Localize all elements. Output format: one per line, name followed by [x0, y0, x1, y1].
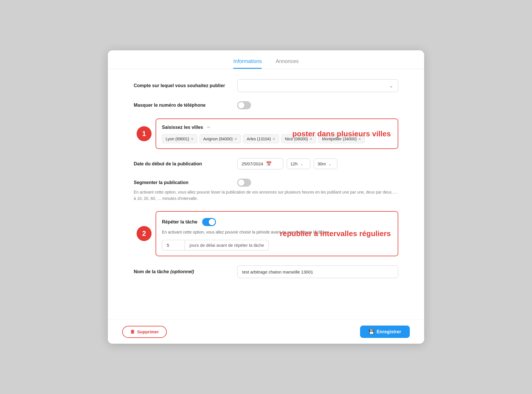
- save-button[interactable]: 💾 Enregistrer: [360, 326, 410, 338]
- hour-select[interactable]: 12h ⌄: [287, 158, 310, 169]
- masquer-label: Masquer le numéro de téléphone: [134, 103, 231, 108]
- city-tag-label: Lyon (69001): [166, 137, 189, 141]
- segmenter-toggle[interactable]: [237, 179, 251, 187]
- date-label: Date du début de la publication: [134, 161, 231, 167]
- repeter-title: Répéter la tâche: [162, 219, 198, 225]
- city-tag-remove-lyon[interactable]: ×: [191, 136, 194, 141]
- delete-button[interactable]: 🗑 Supprimer: [122, 326, 167, 338]
- chevron-down-icon: ⌄: [328, 162, 332, 166]
- city-tag-montpellier: Montpellier (34000) ×: [318, 134, 365, 143]
- minute-value: 30m: [317, 161, 326, 166]
- save-label: Enregistrer: [377, 329, 401, 334]
- footer: 🗑 Supprimer 💾 Enregistrer: [108, 320, 424, 344]
- nom-tache-optional: (optionnel): [170, 269, 194, 274]
- city-tag-label: Nice (06000): [285, 137, 308, 141]
- repeter-days-value[interactable]: 5: [162, 240, 185, 250]
- badge-1: 1: [137, 126, 152, 141]
- form-content: Compte sur lequel vous souhaitez publier…: [108, 79, 424, 278]
- segmenter-toggle-wrap: [237, 179, 251, 187]
- minute-select[interactable]: 30m ⌄: [314, 158, 337, 169]
- nom-tache-label-text: Nom de la tâche: [134, 269, 169, 274]
- compte-row: Compte sur lequel vous souhaitez publier…: [134, 79, 398, 92]
- city-tag-arles: Arles (13104) ×: [243, 134, 279, 143]
- chevron-down-icon: ⌄: [300, 162, 303, 166]
- badge-2: 2: [137, 226, 152, 241]
- villes-header: Saisissez les villes ⎓ poster dans plusi…: [162, 124, 392, 130]
- city-tag-avignon: Avignon (84000) ×: [200, 134, 241, 143]
- date-row: Date du début de la publication 25/07/20…: [134, 158, 398, 169]
- hour-value: 12h: [290, 161, 298, 166]
- city-tag-remove-arles[interactable]: ×: [273, 136, 275, 141]
- segmenter-row: Segmenter la publication: [134, 179, 398, 187]
- city-tag-label: Arles (13104): [247, 137, 271, 141]
- date-picker[interactable]: 25/07/2024 📅: [237, 158, 283, 169]
- delete-label: Supprimer: [137, 329, 159, 334]
- city-tags-list: Lyon (69001) × Avignon (84000) × Arles (…: [162, 134, 392, 143]
- modal: Informations Annonces Compte sur lequel …: [108, 50, 424, 344]
- segmenter-section: Segmenter la publication En activant cet…: [134, 179, 398, 202]
- city-tag-remove-nice[interactable]: ×: [310, 136, 312, 141]
- repeter-section: 2 Répéter la tâche republier à intervall…: [156, 211, 398, 256]
- masquer-row: Masquer le numéro de téléphone: [134, 101, 398, 109]
- nom-tache-label: Nom de la tâche (optionnel): [134, 269, 231, 274]
- compte-label: Compte sur lequel vous souhaitez publier: [134, 83, 231, 88]
- city-tag-label: Avignon (84000): [203, 137, 233, 141]
- copy-icon[interactable]: ⎓: [207, 124, 210, 130]
- city-tag-remove-montpellier[interactable]: ×: [358, 136, 361, 141]
- save-icon: 💾: [369, 329, 374, 334]
- segmenter-label: Segmenter la publication: [134, 180, 231, 185]
- repeter-toggle[interactable]: [202, 218, 216, 226]
- nom-tache-input[interactable]: [237, 265, 398, 278]
- villes-box: Saisissez les villes ⎓ poster dans plusi…: [156, 118, 398, 149]
- segmenter-description: En activant cette option, vous allez pou…: [134, 189, 398, 202]
- repeter-days-suffix: jours de délai avant de répéter la tâche: [185, 240, 269, 250]
- villes-section: 1 Saisissez les villes ⎓ poster dans plu…: [156, 118, 398, 149]
- date-value: 25/07/2024: [242, 161, 263, 166]
- city-tag-lyon: Lyon (69001) ×: [162, 134, 197, 143]
- repeter-input-row: 5 jours de délai avant de répéter la tâc…: [162, 240, 392, 250]
- tab-informations[interactable]: Informations: [233, 58, 262, 69]
- repeter-description: En activant cette option, vous allez pou…: [162, 229, 392, 235]
- repeter-box: Répéter la tâche republier à intervalles…: [156, 211, 398, 256]
- calendar-icon: 📅: [266, 161, 272, 167]
- date-inputs: 25/07/2024 📅 12h ⌄ 30m ⌄: [237, 158, 337, 169]
- city-tag-label: Montpellier (34000): [322, 137, 357, 141]
- nom-tache-row: Nom de la tâche (optionnel): [134, 265, 398, 278]
- villes-title: Saisissez les villes: [162, 125, 203, 130]
- masquer-toggle[interactable]: [237, 101, 251, 109]
- masquer-toggle-wrap: [237, 101, 251, 109]
- tabs-bar: Informations Annonces: [108, 50, 424, 69]
- city-tag-nice: Nice (06000) ×: [281, 134, 316, 143]
- chevron-down-icon: ⌄: [389, 83, 393, 89]
- compte-dropdown[interactable]: ⌄: [237, 79, 398, 92]
- repeter-inner: Répéter la tâche republier à intervalles…: [162, 217, 392, 250]
- city-tag-remove-avignon[interactable]: ×: [234, 136, 237, 141]
- repeter-header: Répéter la tâche republier à intervalles…: [162, 218, 392, 226]
- tab-annonces[interactable]: Annonces: [275, 58, 298, 69]
- trash-icon: 🗑: [130, 329, 135, 334]
